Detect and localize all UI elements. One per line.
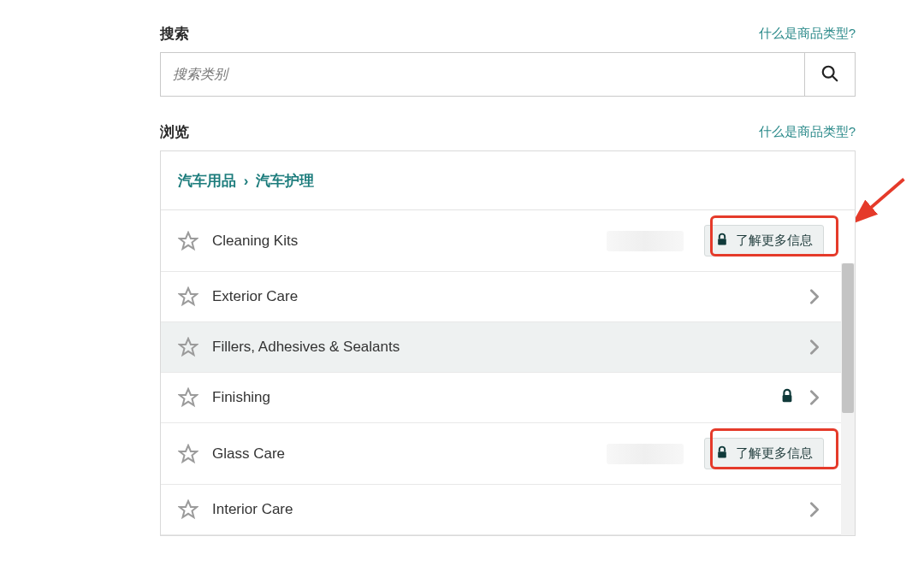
star-icon[interactable] xyxy=(178,387,198,408)
lock-icon xyxy=(779,388,795,407)
search-icon xyxy=(820,64,839,85)
star-icon[interactable] xyxy=(178,444,198,464)
search-section-title: 搜索 xyxy=(160,24,189,44)
search-button[interactable] xyxy=(804,52,856,97)
breadcrumb-part-1[interactable]: 汽车用品 xyxy=(178,173,236,189)
chevron-right-icon xyxy=(805,388,824,407)
category-row-actions: 了解更多信息 xyxy=(607,438,824,469)
star-icon[interactable] xyxy=(178,286,198,307)
breadcrumb-separator: › xyxy=(240,173,252,189)
breadcrumb-part-2[interactable]: 汽车护理 xyxy=(256,173,314,189)
chevron-right-icon xyxy=(805,500,824,519)
category-row-actions: 了解更多信息 xyxy=(607,225,824,256)
search-help-link[interactable]: 什么是商品类型? xyxy=(759,26,856,42)
lock-icon xyxy=(715,233,729,249)
star-icon[interactable] xyxy=(178,231,198,251)
category-row[interactable]: Cleaning Kits了解更多信息 xyxy=(161,210,841,272)
category-row[interactable]: Interior Care xyxy=(161,485,841,535)
category-label: Interior Care xyxy=(212,501,805,518)
breadcrumb[interactable]: 汽车用品 › 汽车护理 xyxy=(178,171,314,191)
category-label: Cleaning Kits xyxy=(212,233,607,250)
category-label: Finishing xyxy=(212,389,779,406)
redacted-placeholder xyxy=(607,231,684,251)
learn-more-button[interactable]: 了解更多信息 xyxy=(704,225,824,256)
learn-more-label: 了解更多信息 xyxy=(736,233,813,249)
category-row[interactable]: Glass Care了解更多信息 xyxy=(161,423,841,485)
category-label: Fillers, Adhesives & Sealants xyxy=(212,339,805,356)
category-row-actions xyxy=(805,500,824,519)
star-icon[interactable] xyxy=(178,337,198,357)
category-row-actions xyxy=(779,388,824,407)
category-row[interactable]: Fillers, Adhesives & Sealants xyxy=(161,322,841,373)
category-list: Cleaning Kits了解更多信息Exterior CareFillers,… xyxy=(161,210,855,535)
learn-more-label: 了解更多信息 xyxy=(736,445,813,462)
category-row[interactable]: Finishing xyxy=(161,373,841,423)
star-icon[interactable] xyxy=(178,499,198,520)
category-label: Exterior Care xyxy=(212,288,805,305)
learn-more-button[interactable]: 了解更多信息 xyxy=(704,438,824,469)
category-row-actions xyxy=(805,338,824,357)
close-button[interactable] xyxy=(831,167,838,194)
scrollbar-thumb[interactable] xyxy=(842,263,854,413)
lock-icon xyxy=(715,445,729,462)
chevron-right-icon xyxy=(805,287,824,306)
scrollbar[interactable] xyxy=(841,263,855,535)
browse-panel: 汽车用品 › 汽车护理 Cleaning Kits了解更多信息Exterior … xyxy=(160,150,856,536)
browse-help-link[interactable]: 什么是商品类型? xyxy=(759,124,856,140)
category-row-actions xyxy=(805,287,824,306)
browse-section-title: 浏览 xyxy=(160,122,189,142)
redacted-placeholder xyxy=(607,444,684,464)
category-row[interactable]: Exterior Care xyxy=(161,272,841,322)
category-label: Glass Care xyxy=(212,445,607,463)
chevron-right-icon xyxy=(805,338,824,357)
search-input[interactable] xyxy=(160,52,804,97)
